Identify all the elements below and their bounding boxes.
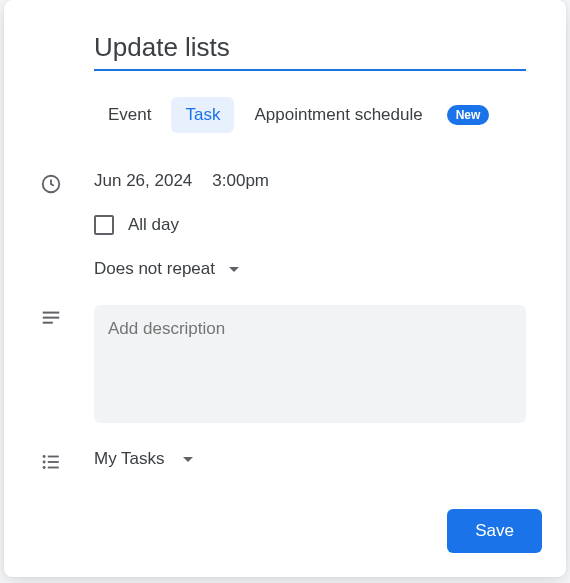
date-text[interactable]: Jun 26, 2024 [94,171,192,191]
tasklist-dropdown[interactable]: My Tasks [94,449,526,469]
clock-icon [40,173,62,195]
svg-rect-3 [43,322,53,324]
svg-rect-9 [48,467,59,469]
dialog-footer: Save [4,493,566,577]
chevron-down-icon [229,267,239,272]
svg-point-8 [43,466,46,469]
tab-task[interactable]: Task [171,97,234,133]
repeat-label: Does not repeat [94,259,215,279]
datetime-line: Jun 26, 2024 3:00pm [94,171,526,191]
tasklist-row: My Tasks [24,449,546,473]
new-badge: New [447,105,490,125]
list-icon [40,451,62,473]
task-dialog: Event Task Appointment schedule New Jun … [4,0,566,577]
title-row [94,28,526,71]
title-input[interactable] [94,28,526,71]
icon-col-clock [24,171,94,195]
chevron-down-icon [183,457,193,462]
svg-rect-5 [48,456,59,458]
icon-col-list [24,449,94,473]
time-text[interactable]: 3:00pm [212,171,269,191]
description-icon [40,307,62,329]
svg-rect-1 [43,312,60,314]
svg-point-4 [43,455,46,458]
datetime-row: Jun 26, 2024 3:00pm All day Does not rep… [24,171,546,279]
datetime-body: Jun 26, 2024 3:00pm All day Does not rep… [94,171,546,279]
description-row [24,305,546,427]
svg-rect-2 [43,317,60,319]
tasklist-label: My Tasks [94,449,165,469]
description-input[interactable] [94,305,526,423]
icon-col-desc [24,305,94,329]
save-button[interactable]: Save [447,509,542,553]
allday-label: All day [128,215,179,235]
repeat-dropdown[interactable]: Does not repeat [94,259,526,279]
tab-event[interactable]: Event [94,97,165,133]
allday-line: All day [94,215,526,235]
description-body [94,305,546,427]
allday-checkbox[interactable] [94,215,114,235]
svg-rect-7 [48,461,59,463]
tasklist-body: My Tasks [94,449,546,469]
dialog-content: Event Task Appointment schedule New Jun … [4,28,566,493]
tabs-row: Event Task Appointment schedule New [94,97,546,133]
tab-appointment[interactable]: Appointment schedule [240,97,436,133]
svg-point-6 [43,461,46,464]
